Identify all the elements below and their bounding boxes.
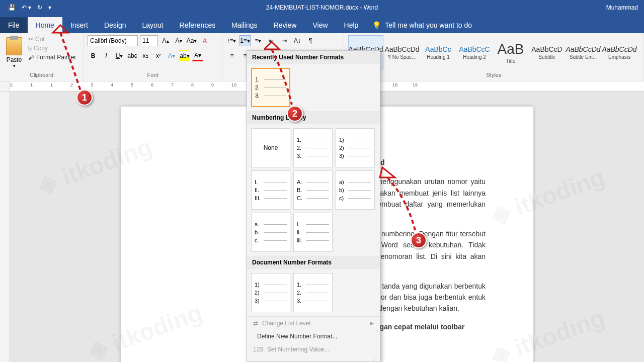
vertical-ruler[interactable]	[0, 92, 10, 362]
sort-icon[interactable]: A↓	[292, 35, 303, 46]
tab-insert[interactable]: Insert	[62, 17, 96, 33]
change-list-level[interactable]: ⇄Change List Level▶	[247, 317, 380, 330]
clipboard-group-label: Clipboard	[4, 71, 79, 79]
shrink-font-icon[interactable]: A▾	[173, 35, 184, 46]
tab-mailings[interactable]: Mailings	[223, 17, 265, 33]
numbering-none[interactable]: None	[251, 128, 290, 167]
tab-home[interactable]: Home	[28, 17, 62, 33]
align-left-icon[interactable]: ≡	[226, 50, 237, 61]
tab-view[interactable]: View	[304, 17, 336, 33]
tab-design[interactable]: Design	[96, 17, 134, 33]
style-subtleem[interactable]: AaBbCcDdSubtle Em...	[566, 35, 601, 69]
recent-formats-header: Recently Used Number Formats	[247, 51, 380, 64]
format-painter-button[interactable]: 🖌Format Painter	[26, 53, 78, 61]
superscript-icon[interactable]: x²	[153, 50, 164, 61]
grow-font-icon[interactable]: A▴	[160, 35, 171, 46]
save-icon[interactable]: 💾	[8, 4, 16, 11]
paste-icon	[6, 37, 22, 55]
numbering-library-header: Numbering Library	[247, 111, 380, 124]
numbering-icon[interactable]: 1≡▾	[239, 35, 251, 46]
numbering-option[interactable]: a.b.c.	[251, 213, 290, 252]
font-color-icon[interactable]: A▾	[192, 50, 203, 61]
change-case-icon[interactable]: Aa▾	[186, 35, 197, 46]
copy-button[interactable]: ⎘Copy	[26, 44, 78, 52]
style-title[interactable]: AaBTitle	[493, 35, 528, 69]
define-new-format[interactable]: Define New Number Format...	[247, 330, 380, 343]
increase-indent-icon[interactable]: ⇥	[279, 35, 290, 46]
brush-icon: 🖌	[28, 54, 34, 61]
numbering-option[interactable]: i.ii.iii.	[293, 213, 333, 252]
text-effects-icon[interactable]: A▾	[166, 50, 177, 61]
tab-file[interactable]: File	[0, 17, 28, 33]
doc-formats-header: Document Number Formats	[247, 256, 380, 269]
tell-me-search[interactable]: 💡 Tell me what you want to do	[366, 17, 478, 33]
document-title: 24-MEMBUAT-LIST-NOMOR.docx - Word	[266, 4, 378, 11]
decrease-indent-icon[interactable]: ⇤	[266, 35, 277, 46]
font-name-select[interactable]	[88, 35, 138, 46]
qat-more-icon[interactable]: ▾	[48, 4, 51, 11]
styles-group-label: Styles	[348, 71, 639, 79]
scissors-icon: ✂	[28, 36, 33, 43]
numbering-option[interactable]: 1.2.3.	[293, 128, 333, 167]
style-emphasis[interactable]: AaBbCcDdEmphasis	[602, 35, 637, 69]
bold-icon[interactable]: B	[88, 50, 99, 61]
resize-handle-icon[interactable]: ⋰	[247, 356, 380, 361]
tab-review[interactable]: Review	[266, 17, 305, 33]
numbering-option[interactable]: 1)2)3)	[336, 128, 375, 167]
style-heading[interactable]: AaBbCcCHeading 2	[457, 35, 492, 69]
highlight-icon[interactable]: ab▾	[179, 50, 190, 61]
undo-icon[interactable]: ↶ ▾	[22, 4, 31, 11]
show-marks-icon[interactable]: ¶	[305, 35, 316, 46]
style-subtitle[interactable]: AaBbCcDSubtitle	[529, 35, 565, 69]
subscript-icon[interactable]: x₂	[140, 50, 151, 61]
style-heading[interactable]: AaBbCcHeading 1	[421, 35, 456, 69]
tab-references[interactable]: References	[172, 17, 224, 33]
redo-icon[interactable]: ↻	[37, 4, 42, 11]
multilevel-icon[interactable]: ≡▾	[253, 35, 264, 46]
font-group-label: Font	[88, 71, 218, 79]
numbering-dropdown: Recently Used Number Formats 1.2.3. Numb…	[247, 50, 380, 362]
numbering-option[interactable]: A.B.C.	[293, 170, 333, 210]
user-name[interactable]: Muhammad	[606, 4, 644, 11]
underline-icon[interactable]: U▾	[114, 50, 125, 61]
paste-button[interactable]: Paste ▾	[4, 35, 24, 70]
clear-format-icon[interactable]: A̷	[199, 35, 210, 46]
set-numbering-value[interactable]: 123Set Numbering Value...	[247, 343, 380, 356]
strikethrough-icon[interactable]: abc	[127, 50, 138, 61]
ruler-corner	[0, 81, 10, 91]
font-size-select[interactable]	[140, 35, 158, 46]
lightbulb-icon: 💡	[372, 21, 381, 29]
italic-icon[interactable]: I	[101, 50, 112, 61]
bullets-icon[interactable]: ⁝≡▾	[226, 35, 237, 46]
tab-help[interactable]: Help	[336, 17, 367, 33]
cut-button[interactable]: ✂Cut	[26, 35, 78, 43]
tab-layout[interactable]: Layout	[134, 17, 172, 33]
numbering-option[interactable]: I.II.III.	[251, 170, 290, 210]
numbering-option[interactable]: 1.2.3.	[293, 273, 333, 312]
numbering-option[interactable]: a)b)c)	[336, 170, 375, 210]
numbering-option[interactable]: 1)2)3)	[251, 273, 290, 312]
numbering-option[interactable]: 1.2.3.	[251, 68, 290, 107]
style-nospac[interactable]: AaBbCcDd¶ No Spac...	[384, 35, 420, 69]
copy-icon: ⎘	[28, 45, 32, 52]
